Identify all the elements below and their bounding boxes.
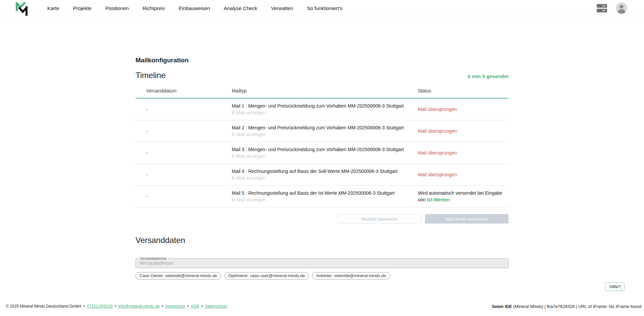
versanddatum-value: - xyxy=(146,172,232,177)
status-skipped: Mail übersprungen xyxy=(418,150,508,155)
selen-ide-label: Selen IDE xyxy=(492,304,512,309)
send-mail-directly-button[interactable]: Mail direkt versenden xyxy=(425,214,508,224)
help-button[interactable]: Hilfe? xyxy=(605,282,625,291)
table-row: - Mail 5 : Rechnungsstellung auf Basis d… xyxy=(136,186,508,207)
nav-item-einbauweisen[interactable]: Einbauweisen xyxy=(179,5,210,11)
top-navigation-bar: Karte Projekte Positionen Richtpreis Ein… xyxy=(0,0,644,16)
timeline-heading: Timeline xyxy=(136,71,166,80)
mail-title: Mail 1 : Mengen- und Preisrückmeldung zu… xyxy=(232,103,418,109)
mail-title: Mail 2 : Mengen- und Preisrückmeldung zu… xyxy=(232,125,418,130)
chip-anbieter[interactable]: Anbieter: selenide@mineral-minds.de xyxy=(312,272,390,279)
show-email-link[interactable]: E-Mail anzeigen xyxy=(232,110,265,115)
mail-title: Mail 3 : Mengen- und Preisrückmeldung zu… xyxy=(232,147,418,152)
nav-item-analyse-check[interactable]: Analyse Check xyxy=(224,5,257,11)
datenschutz-link[interactable]: Datenschutz xyxy=(205,304,227,309)
nav-item-verwalten[interactable]: Verwalten xyxy=(271,5,293,11)
status-skipped: Mail übersprungen xyxy=(418,172,508,177)
phone-link[interactable]: 07151/250100 xyxy=(87,304,113,309)
footer-debug-info: Selen IDE (Mineral Minds) | fba7e7624326… xyxy=(492,304,641,309)
show-email-link[interactable]: E-Mail anzeigen xyxy=(232,175,265,181)
versandadresse-field[interactable]: Versandadresse Versandadresse xyxy=(136,258,508,268)
versanddatum-value: - xyxy=(146,107,232,112)
timeline-header-row: Timeline 0 von 5 gesendet xyxy=(136,71,508,80)
mail-title: Mail 5 : Rechnungsstellung auf Basis der… xyxy=(232,190,418,196)
nav-item-so-funktionierts[interactable]: So funktioniert's xyxy=(307,5,342,11)
impressum-link[interactable]: Impressum xyxy=(165,304,185,309)
mail-timeline-table: Versanddatum Mailtyp Status - Mail 1 : M… xyxy=(136,85,508,207)
chip-case-owner[interactable]: Case Owner: selenide@mineral-minds.de xyxy=(136,272,221,279)
page-title: Mailkonfiguration xyxy=(136,57,508,64)
user-avatar-icon[interactable] xyxy=(616,2,627,14)
versanddatum-value: - xyxy=(146,150,232,155)
table-row: - Mail 3 : Mengen- und Preisrückmeldung … xyxy=(136,142,508,164)
mineral-minds-logo[interactable] xyxy=(15,1,29,16)
mailtyp-cell: Mail 5 : Rechnungsstellung auf Basis der… xyxy=(232,190,418,202)
page-footer: © 2025 Mineral Minds Deutschland GmbH • … xyxy=(0,297,644,316)
iframe-status-text: (Mineral Minds) | fba7e7624326 | URL of … xyxy=(512,304,641,309)
nav-item-karte[interactable]: Karte xyxy=(47,5,59,11)
server-stack-icon[interactable] xyxy=(597,4,607,13)
recipient-chips: Case Owner: selenide@mineral-minds.de Op… xyxy=(136,272,508,279)
mailtyp-cell: Mail 3 : Mengen- und Preisrückmeldung zu… xyxy=(232,147,418,159)
column-status: Status xyxy=(418,88,508,93)
versanddatum-value: - xyxy=(146,128,232,134)
status-automatic: Wird automatisch versendet bei Eingabe v… xyxy=(418,190,503,203)
topbar-right xyxy=(597,2,627,14)
footer-legal: © 2025 Mineral Minds Deutschland GmbH • … xyxy=(6,304,227,309)
content-container: Mailkonfiguration Timeline 0 von 5 gesen… xyxy=(136,0,508,297)
copyright-text: © 2025 Mineral Minds Deutschland GmbH xyxy=(6,304,81,309)
table-row: - Mail 4 : Rechnungsstellung auf Basis d… xyxy=(136,164,508,186)
mail-title: Mail 4 : Rechnungsstellung auf Basis der… xyxy=(232,169,418,174)
email-link[interactable]: info@mineral-minds.de xyxy=(118,304,160,309)
status-skipped: Mail übersprungen xyxy=(418,107,508,112)
column-versanddatum: Versanddatum xyxy=(146,88,232,93)
table-header: Versanddatum Mailtyp Status xyxy=(136,85,508,99)
timeline-actions: Maillauf pausieren Mail direkt versenden xyxy=(136,214,508,224)
show-email-link[interactable]: E-Mail anzeigen xyxy=(232,153,265,159)
versanddaten-heading: Versanddaten xyxy=(136,236,508,245)
nav-item-richtpreis[interactable]: Richtpreis xyxy=(143,5,165,11)
main-nav: Karte Projekte Positionen Richtpreis Ein… xyxy=(47,5,342,11)
status-skipped: Mail übersprungen xyxy=(418,128,508,134)
chip-optimierer[interactable]: Optimierer: saas-user@mineral-minds.de xyxy=(224,272,309,279)
agb-link[interactable]: AGB xyxy=(191,304,199,309)
versanddatum-value: - xyxy=(146,194,232,199)
mailtyp-cell: Mail 2 : Mengen- und Preisrückmeldung zu… xyxy=(232,125,418,137)
content-viewport: Mailkonfiguration Timeline 0 von 5 gesen… xyxy=(0,0,644,297)
nav-item-positionen[interactable]: Positionen xyxy=(105,5,129,11)
table-row: - Mail 1 : Mengen- und Preisrückmeldung … xyxy=(136,99,508,120)
show-email-link[interactable]: E-Mail anzeigen xyxy=(232,197,265,202)
pause-maillauf-button[interactable]: Maillauf pausieren xyxy=(337,214,421,224)
versandadresse-field-label: Versandadresse xyxy=(139,256,168,261)
nav-item-projekte[interactable]: Projekte xyxy=(73,5,92,11)
sent-counter: 0 von 5 gesendet xyxy=(468,73,508,79)
versandadresse-placeholder: Versandadresse xyxy=(136,259,508,268)
table-row: - Mail 2 : Mengen- und Preisrückmeldung … xyxy=(136,120,508,142)
column-mailtyp: Mailtyp xyxy=(232,88,418,93)
show-email-link[interactable]: E-Mail anzeigen xyxy=(232,132,265,137)
mailtyp-cell: Mail 4 : Rechnungsstellung auf Basis der… xyxy=(232,169,418,181)
mailtyp-cell: Mail 1 : Mengen- und Preisrückmeldung zu… xyxy=(232,103,418,115)
ist-werten-link[interactable]: Ist-Werten xyxy=(427,197,449,202)
